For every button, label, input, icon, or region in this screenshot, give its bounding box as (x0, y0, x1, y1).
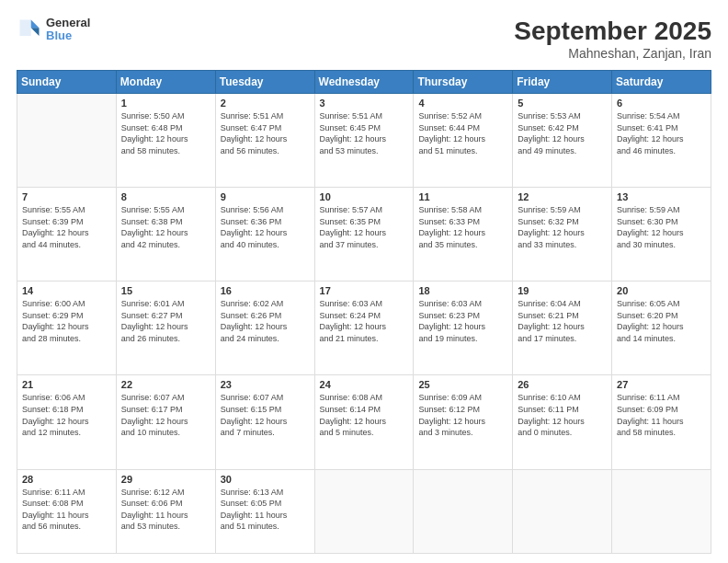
calendar-cell (314, 469, 414, 553)
calendar-cell: 21Sunrise: 6:06 AM Sunset: 6:18 PM Dayli… (17, 375, 117, 469)
day-number: 24 (320, 379, 409, 390)
calendar-cell: 17Sunrise: 6:03 AM Sunset: 6:24 PM Dayli… (314, 282, 414, 375)
day-number: 10 (320, 191, 409, 202)
calendar-cell: 24Sunrise: 6:08 AM Sunset: 6:14 PM Dayli… (314, 375, 414, 469)
day-number: 9 (221, 191, 310, 202)
logo: General Blue (17, 17, 90, 43)
day-info: Sunrise: 6:12 AM Sunset: 6:06 PM Dayligh… (121, 487, 210, 533)
calendar-cell (17, 94, 117, 188)
day-number: 19 (518, 285, 607, 296)
page: General Blue September 2025 Mahneshan, Z… (0, 0, 728, 563)
day-header-wednesday: Wednesday (314, 71, 414, 94)
day-info: Sunrise: 6:00 AM Sunset: 6:29 PM Dayligh… (22, 298, 111, 344)
day-info: Sunrise: 6:07 AM Sunset: 6:15 PM Dayligh… (221, 392, 310, 438)
day-info: Sunrise: 6:07 AM Sunset: 6:17 PM Dayligh… (121, 392, 210, 438)
day-number: 21 (22, 379, 111, 390)
day-info: Sunrise: 5:57 AM Sunset: 6:35 PM Dayligh… (320, 204, 409, 250)
calendar-cell: 22Sunrise: 6:07 AM Sunset: 6:17 PM Dayli… (116, 375, 215, 469)
calendar-cell: 7Sunrise: 5:55 AM Sunset: 6:39 PM Daylig… (17, 188, 117, 282)
day-header-sunday: Sunday (17, 71, 117, 94)
day-info: Sunrise: 6:05 AM Sunset: 6:20 PM Dayligh… (617, 298, 706, 344)
logo-text: General Blue (46, 17, 90, 43)
week-row-3: 21Sunrise: 6:06 AM Sunset: 6:18 PM Dayli… (17, 375, 711, 469)
calendar-cell: 12Sunrise: 5:59 AM Sunset: 6:32 PM Dayli… (513, 188, 612, 282)
week-row-4: 28Sunrise: 6:11 AM Sunset: 6:08 PM Dayli… (17, 469, 711, 553)
day-info: Sunrise: 5:53 AM Sunset: 6:42 PM Dayligh… (518, 110, 607, 156)
day-info: Sunrise: 6:01 AM Sunset: 6:27 PM Dayligh… (121, 298, 210, 344)
day-number: 29 (121, 474, 210, 485)
calendar-cell: 3Sunrise: 5:51 AM Sunset: 6:45 PM Daylig… (314, 94, 414, 188)
day-number: 27 (617, 379, 706, 390)
day-info: Sunrise: 6:04 AM Sunset: 6:21 PM Dayligh… (518, 298, 607, 344)
day-info: Sunrise: 5:51 AM Sunset: 6:47 PM Dayligh… (221, 110, 310, 156)
calendar-cell: 29Sunrise: 6:12 AM Sunset: 6:06 PM Dayli… (116, 469, 215, 553)
day-header-thursday: Thursday (414, 71, 513, 94)
week-row-2: 14Sunrise: 6:00 AM Sunset: 6:29 PM Dayli… (17, 282, 711, 375)
day-number: 2 (221, 98, 310, 109)
day-info: Sunrise: 5:50 AM Sunset: 6:48 PM Dayligh… (121, 110, 210, 156)
day-header-monday: Monday (116, 71, 215, 94)
day-info: Sunrise: 5:51 AM Sunset: 6:45 PM Dayligh… (320, 110, 409, 156)
day-header-saturday: Saturday (612, 71, 711, 94)
calendar-cell: 10Sunrise: 5:57 AM Sunset: 6:35 PM Dayli… (314, 188, 414, 282)
day-info: Sunrise: 6:13 AM Sunset: 6:05 PM Dayligh… (221, 487, 310, 533)
day-number: 1 (121, 98, 210, 109)
day-number: 5 (518, 98, 607, 109)
day-number: 25 (418, 379, 507, 390)
day-number: 28 (22, 474, 111, 485)
day-info: Sunrise: 6:09 AM Sunset: 6:12 PM Dayligh… (418, 392, 507, 438)
day-number: 30 (221, 474, 310, 485)
day-number: 20 (617, 285, 706, 296)
calendar-cell: 16Sunrise: 6:02 AM Sunset: 6:26 PM Dayli… (215, 282, 314, 375)
calendar-cell: 26Sunrise: 6:10 AM Sunset: 6:11 PM Dayli… (513, 375, 612, 469)
day-header-friday: Friday (513, 71, 612, 94)
calendar-cell: 28Sunrise: 6:11 AM Sunset: 6:08 PM Dayli… (17, 469, 117, 553)
day-info: Sunrise: 5:55 AM Sunset: 6:38 PM Dayligh… (121, 204, 210, 250)
day-info: Sunrise: 6:08 AM Sunset: 6:14 PM Dayligh… (320, 392, 409, 438)
calendar-cell: 15Sunrise: 6:01 AM Sunset: 6:27 PM Dayli… (116, 282, 215, 375)
calendar-cell: 30Sunrise: 6:13 AM Sunset: 6:05 PM Dayli… (215, 469, 314, 553)
day-info: Sunrise: 6:11 AM Sunset: 6:09 PM Dayligh… (617, 392, 706, 438)
calendar-cell: 1Sunrise: 5:50 AM Sunset: 6:48 PM Daylig… (116, 94, 215, 188)
month-title: September 2025 (514, 17, 711, 46)
day-number: 7 (22, 191, 111, 202)
calendar-cell: 6Sunrise: 5:54 AM Sunset: 6:41 PM Daylig… (612, 94, 711, 188)
calendar-cell: 9Sunrise: 5:56 AM Sunset: 6:36 PM Daylig… (215, 188, 314, 282)
day-number: 17 (320, 285, 409, 296)
calendar-cell: 25Sunrise: 6:09 AM Sunset: 6:12 PM Dayli… (414, 375, 513, 469)
week-row-0: 1Sunrise: 5:50 AM Sunset: 6:48 PM Daylig… (17, 94, 711, 188)
day-number: 15 (121, 285, 210, 296)
day-header-tuesday: Tuesday (215, 71, 314, 94)
calendar-cell: 2Sunrise: 5:51 AM Sunset: 6:47 PM Daylig… (215, 94, 314, 188)
day-number: 13 (617, 191, 706, 202)
calendar-cell: 19Sunrise: 6:04 AM Sunset: 6:21 PM Dayli… (513, 282, 612, 375)
day-info: Sunrise: 5:59 AM Sunset: 6:32 PM Dayligh… (518, 204, 607, 250)
calendar-cell: 23Sunrise: 6:07 AM Sunset: 6:15 PM Dayli… (215, 375, 314, 469)
calendar-cell (612, 469, 711, 553)
calendar: SundayMondayTuesdayWednesdayThursdayFrid… (17, 70, 711, 554)
day-number: 3 (320, 98, 409, 109)
day-number: 14 (22, 285, 111, 296)
calendar-cell: 13Sunrise: 5:59 AM Sunset: 6:30 PM Dayli… (612, 188, 711, 282)
day-number: 4 (418, 98, 507, 109)
day-info: Sunrise: 5:54 AM Sunset: 6:41 PM Dayligh… (617, 110, 706, 156)
day-info: Sunrise: 6:10 AM Sunset: 6:11 PM Dayligh… (518, 392, 607, 438)
calendar-cell: 8Sunrise: 5:55 AM Sunset: 6:38 PM Daylig… (116, 188, 215, 282)
logo-line1: General (46, 17, 90, 29)
day-number: 8 (121, 191, 210, 202)
day-number: 16 (221, 285, 310, 296)
calendar-cell: 20Sunrise: 6:05 AM Sunset: 6:20 PM Dayli… (612, 282, 711, 375)
day-info: Sunrise: 6:06 AM Sunset: 6:18 PM Dayligh… (22, 392, 111, 438)
week-row-1: 7Sunrise: 5:55 AM Sunset: 6:39 PM Daylig… (17, 188, 711, 282)
day-info: Sunrise: 5:56 AM Sunset: 6:36 PM Dayligh… (221, 204, 310, 250)
day-info: Sunrise: 5:59 AM Sunset: 6:30 PM Dayligh… (617, 204, 706, 250)
calendar-cell (513, 469, 612, 553)
calendar-cell (414, 469, 513, 553)
day-info: Sunrise: 6:11 AM Sunset: 6:08 PM Dayligh… (22, 487, 111, 533)
day-number: 18 (418, 285, 507, 296)
calendar-cell: 18Sunrise: 6:03 AM Sunset: 6:23 PM Dayli… (414, 282, 513, 375)
location: Mahneshan, Zanjan, Iran (514, 46, 711, 61)
calendar-cell: 4Sunrise: 5:52 AM Sunset: 6:44 PM Daylig… (414, 94, 513, 188)
day-info: Sunrise: 6:02 AM Sunset: 6:26 PM Dayligh… (221, 298, 310, 344)
calendar-cell: 11Sunrise: 5:58 AM Sunset: 6:33 PM Dayli… (414, 188, 513, 282)
